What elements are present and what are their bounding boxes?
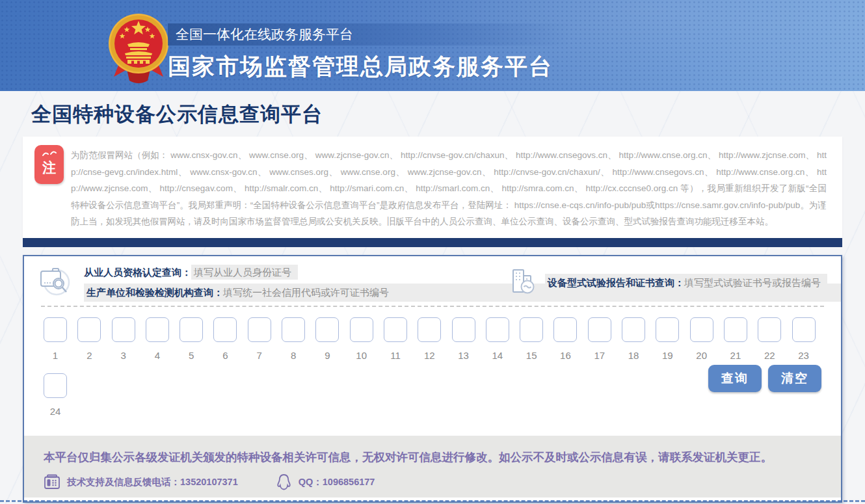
note-badge-text: 注 (34, 159, 64, 176)
query-panel: 从业人员资格认定查询：填写从业人员身份证号 生产单位和检验检测机构查询：填写统一… (23, 255, 842, 503)
query-label: 从业人员资格认定查询： (84, 267, 191, 278)
char-index-label: 19 (656, 350, 679, 362)
char-cell: 22 (758, 317, 781, 362)
char-input[interactable] (622, 317, 645, 342)
phone-number: 13520107371 (180, 477, 238, 487)
char-input[interactable] (213, 317, 237, 342)
char-index-label: 16 (553, 350, 577, 362)
char-index-label: 22 (758, 350, 781, 362)
action-buttons: 查询 清空 (708, 365, 821, 392)
char-input[interactable] (588, 317, 611, 342)
char-input[interactable] (44, 317, 67, 342)
phone-label: 技术支持及信息反馈电话： (67, 477, 180, 487)
char-input[interactable] (724, 317, 747, 342)
char-cell: 23 (792, 317, 816, 362)
char-input[interactable] (758, 317, 781, 342)
char-index-label: 1 (44, 350, 67, 362)
notice-text: 为防范假冒网站（例如： www.cnsx-gov.cn、 www.cnse.or… (71, 147, 827, 230)
platform-title: 国家市场监督管理总局政务服务平台 (168, 51, 571, 82)
anti-fake-notice-panel: 注 为防范假冒网站（例如： www.cnsx-gov.cn、 www.cnse.… (23, 137, 842, 238)
national-emblem-icon (107, 12, 170, 83)
char-index-label: 21 (724, 350, 747, 362)
fax-phone-icon (44, 474, 60, 490)
char-cell: 2 (77, 317, 101, 362)
char-cell: 8 (282, 317, 305, 362)
char-box-grid: 1 2 3 4 5 6 7 8 (44, 317, 821, 418)
char-input[interactable] (520, 317, 543, 342)
char-cell: 21 (724, 317, 747, 362)
panel-footer: 本平台仅归集公示各级发证机关颁发的特种设备相关许可信息，无权对许可信息进行修改。… (24, 436, 841, 497)
char-cell: 14 (486, 317, 509, 362)
char-cell: 13 (452, 317, 475, 362)
char-input[interactable] (112, 317, 135, 342)
char-input[interactable] (44, 373, 67, 398)
char-index-label: 23 (792, 350, 816, 362)
code-input-area: 1 2 3 4 5 6 7 8 (24, 307, 841, 420)
char-input[interactable] (553, 317, 577, 342)
clear-button[interactable]: 清空 (768, 365, 821, 392)
search-button[interactable]: 查询 (708, 365, 762, 392)
attention-note-icon: 注 (34, 145, 64, 184)
char-index-label: 17 (588, 350, 611, 362)
char-index-label: 2 (77, 350, 101, 362)
char-index-label: 10 (350, 350, 373, 362)
bottom-dashed-divider (0, 500, 865, 502)
char-cell: 10 (350, 317, 373, 362)
disclaimer-text: 本平台仅归集公示各级发证机关颁发的特种设备相关许可信息，无权对许可信息进行修改。… (44, 446, 821, 468)
query-hint-text: 填写型式试验证书号或报告编号 (684, 277, 821, 288)
char-input[interactable] (350, 317, 373, 342)
char-input[interactable] (384, 317, 407, 342)
page-title: 全国特种设备公示信息查询平台 (31, 101, 865, 128)
char-input[interactable] (656, 317, 679, 342)
char-index-label: 5 (180, 350, 203, 362)
char-input[interactable] (792, 317, 816, 342)
char-input[interactable] (248, 317, 271, 342)
platform-subtitle-strip: 全国一体化在线政务服务平台 (168, 23, 571, 46)
char-index-label: 9 (315, 350, 339, 362)
qq-penguin-icon (276, 473, 292, 491)
char-input[interactable] (180, 317, 203, 342)
char-cell: 5 (180, 317, 203, 362)
char-cell: 9 (315, 317, 339, 362)
char-input[interactable] (315, 317, 339, 342)
char-index-label: 8 (282, 350, 305, 362)
char-cell: 6 (213, 317, 237, 362)
char-index-label: 24 (44, 406, 67, 418)
qq-number: 1096856177 (323, 477, 375, 487)
query-label: 设备型式试验报告和证书查询： (548, 277, 684, 288)
char-cell: 3 (112, 317, 135, 362)
char-input[interactable] (690, 317, 713, 342)
platform-subtitle: 全国一体化在线政务服务平台 (176, 27, 353, 42)
char-cell: 15 (520, 317, 543, 362)
char-cell: 12 (418, 317, 441, 362)
char-input[interactable] (486, 317, 509, 342)
char-cell: 7 (248, 317, 271, 362)
char-index-label: 14 (486, 350, 509, 362)
char-index-label: 18 (622, 350, 645, 362)
char-index-label: 4 (146, 350, 169, 362)
char-cell: 18 (622, 317, 645, 362)
char-index-label: 15 (520, 350, 543, 362)
qq-contact: QQ：1096856177 (276, 473, 375, 491)
site-header: 全国一体化在线政务服务平台 国家市场监督管理总局政务服务平台 (0, 0, 865, 91)
query-hint-text: 填写从业人员身份证号 (191, 265, 298, 280)
char-cell: 1 (44, 317, 67, 362)
char-input[interactable] (77, 317, 101, 342)
char-input[interactable] (146, 317, 169, 342)
qq-text: QQ：1096856177 (299, 476, 375, 488)
query-hint-equipment: 设备型式试验报告和证书查询：填写型式试验证书号或报告编号 (509, 267, 827, 299)
char-index-label: 11 (384, 350, 407, 362)
char-input[interactable] (452, 317, 475, 342)
char-index-label: 13 (452, 350, 475, 362)
card-search-icon (38, 265, 71, 299)
char-input[interactable] (418, 317, 441, 342)
char-cell: 24 (44, 373, 67, 418)
query-hints: 从业人员资格认定查询：填写从业人员身份证号 生产单位和检验检测机构查询：填写统一… (24, 256, 841, 306)
phone-text: 技术支持及信息反馈电话：13520107371 (67, 476, 238, 488)
char-cell: 19 (656, 317, 679, 362)
char-cell: 16 (553, 317, 577, 362)
char-input[interactable] (282, 317, 305, 342)
char-cell: 17 (588, 317, 611, 362)
char-index-label: 3 (112, 350, 135, 362)
char-cell: 20 (690, 317, 713, 362)
